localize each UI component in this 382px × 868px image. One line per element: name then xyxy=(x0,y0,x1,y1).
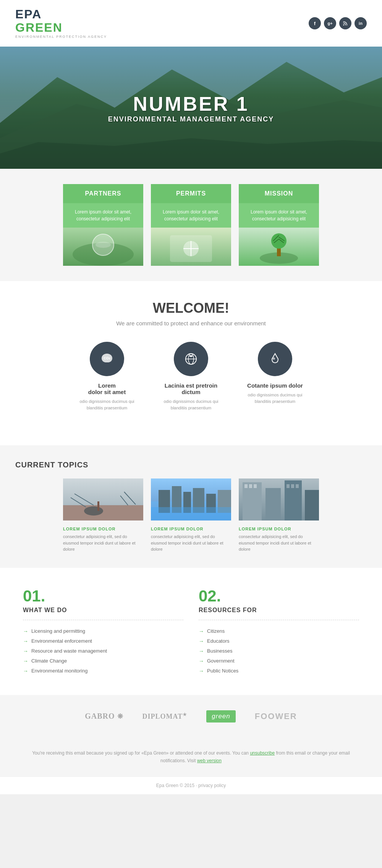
footer-message: You're receiving this email because you … xyxy=(0,738,382,776)
gabro-logo: GABRO ❋ xyxy=(85,712,123,721)
logo-subtitle: ENVIRONMENTAL PROTECTION AGENCY xyxy=(15,35,107,39)
svg-point-8 xyxy=(96,242,111,248)
arrow-icon: → xyxy=(23,628,28,634)
list-item-monitoring: →Environmental monitoring xyxy=(23,666,183,676)
topic-2-title: LOREM IPSUM DOLOR xyxy=(151,527,231,531)
logo: EPA GREEN ENVIRONMENTAL PROTECTION AGENC… xyxy=(15,8,107,39)
svg-point-0 xyxy=(343,24,344,26)
green-logo: green xyxy=(206,710,235,723)
diplomat-logo: DIPLOMAT★ xyxy=(142,712,188,721)
footer-text-1: You're receiving this email because you … xyxy=(32,750,249,756)
what-we-do-divider xyxy=(23,620,183,620)
resources-number: 02. xyxy=(199,587,359,605)
web-version-link[interactable]: web version xyxy=(197,758,222,763)
svg-rect-52 xyxy=(286,484,290,488)
co2-title: Loremdolor sit amet xyxy=(76,382,138,395)
permits-card: PERMITS Lorem ipsum dolor sit amet, cons… xyxy=(151,184,231,266)
co2-icon-circle: CO₂ xyxy=(90,342,124,376)
svg-rect-28 xyxy=(63,505,143,520)
what-we-do-col: 01. WHAT WE DO →Licensing and permitting… xyxy=(23,587,183,676)
list-item-public-notices: →Public Notices xyxy=(199,666,359,676)
partners-card: PARTNERS Lorem ipsum dolor sit amet, con… xyxy=(63,184,143,266)
copyright: Epa Green © 2015 · xyxy=(156,783,198,788)
cards-section: PARTNERS Lorem ipsum dolor sit amet, con… xyxy=(0,169,382,281)
welcome-heading: WELCOME! xyxy=(15,300,367,316)
hero-number: NUMBER 1 xyxy=(108,92,274,115)
arrow-icon: → xyxy=(199,628,204,634)
header: EPA GREEN ENVIRONMENTAL PROTECTION AGENC… xyxy=(0,0,382,47)
privacy-policy-link[interactable]: privacy policy xyxy=(198,783,226,788)
co2-item: CO₂ Loremdolor sit amet odio dignissimos… xyxy=(76,342,138,426)
globe-leaf-icon-circle xyxy=(174,342,208,376)
list-item-resource: →Resource and waste management xyxy=(23,646,183,656)
hero-content: NUMBER 1 ENVIRONMENTAL MANAGEMENT AGENCY xyxy=(108,92,274,123)
partners-title: PARTNERS xyxy=(69,190,137,197)
topic-1: LOREM IPSUM DOLOR consectetur adipisicin… xyxy=(63,478,143,553)
co2-desc: odio dignissimos ducimus qui blanditiis … xyxy=(76,398,138,411)
permits-title: PERMITS xyxy=(157,190,225,197)
arrow-icon: → xyxy=(199,638,204,644)
list-item-citizens: →Citizens xyxy=(199,626,359,636)
facebook-icon[interactable]: f xyxy=(309,17,321,29)
svg-rect-53 xyxy=(291,484,294,488)
unsubscribe-link[interactable]: unsubscribe xyxy=(250,750,275,756)
topic-3-text: consectetur adipisicing elit, sed do eiu… xyxy=(239,533,319,553)
arrow-icon: → xyxy=(199,658,204,664)
topic-1-title: LOREM IPSUM DOLOR xyxy=(63,527,143,531)
topic-3: LOREM IPSUM DOLOR consectetur adipisicin… xyxy=(239,478,319,553)
info-section: 01. WHAT WE DO →Licensing and permitting… xyxy=(0,568,382,695)
svg-rect-48 xyxy=(305,490,319,520)
list-item-businesses: →Businesses xyxy=(199,646,359,656)
welcome-subtext: We are committed to protect and enhance … xyxy=(15,320,367,327)
svg-text:CO₂: CO₂ xyxy=(104,356,110,360)
list-item-government: →Government xyxy=(199,656,359,666)
google-plus-icon[interactable]: g+ xyxy=(324,17,336,29)
welcome-section: WELCOME! We are committed to protect and… xyxy=(0,281,382,445)
topic-1-text: consectetur adipisicing elit, sed do eiu… xyxy=(63,533,143,553)
svg-point-26 xyxy=(273,357,275,360)
svg-rect-30 xyxy=(97,501,99,511)
topic-3-title: LOREM IPSUM DOLOR xyxy=(239,527,319,531)
linkedin-icon[interactable]: in xyxy=(354,17,367,29)
svg-rect-43 xyxy=(151,507,231,520)
svg-rect-51 xyxy=(254,484,257,488)
resources-title: RESOURCES FOR xyxy=(199,607,359,614)
rss-icon[interactable] xyxy=(339,17,351,29)
logo-epa: EPA xyxy=(15,8,107,21)
arrow-icon: → xyxy=(23,668,28,674)
permits-body: Lorem ipsum dolor sit amet, consectetur … xyxy=(156,209,226,222)
water-drop-icon-circle xyxy=(258,342,292,376)
foower-logo: FOOWER xyxy=(255,711,297,721)
topics-grid: LOREM IPSUM DOLOR consectetur adipisicin… xyxy=(15,478,367,553)
social-icons: f g+ in xyxy=(309,17,367,29)
arrow-icon: → xyxy=(23,638,28,644)
list-item-climate: →Climate Change xyxy=(23,656,183,666)
svg-rect-50 xyxy=(249,484,252,488)
topic-2: LOREM IPSUM DOLOR consectetur adipisicin… xyxy=(151,478,231,553)
arrow-icon: → xyxy=(23,648,28,654)
globe-item: Lacinia est pretroin dictum odio digniss… xyxy=(160,342,222,426)
what-we-do-list: →Licensing and permitting →Environmental… xyxy=(23,626,183,676)
list-item-enforcement: →Environmental enforcement xyxy=(23,636,183,646)
svg-rect-49 xyxy=(244,484,248,488)
waterdrop-desc: odio dignissimos ducimus qui blanditiis … xyxy=(244,392,306,404)
svg-rect-54 xyxy=(296,484,299,488)
mission-body: Lorem ipsum dolor sit amet, consectetur … xyxy=(244,209,314,222)
waterdrop-title: Cotante ipsum dolor xyxy=(244,382,306,389)
arrow-icon: → xyxy=(23,658,28,664)
logo-green: GREEN xyxy=(15,21,107,34)
resources-col: 02. RESOURCES FOR →Citizens →Educators →… xyxy=(199,587,359,676)
partners-section: GABRO ❋ DIPLOMAT★ green FOOWER xyxy=(0,695,382,738)
topics-heading: CURRENT TOPICS xyxy=(15,461,367,469)
hero-section: NUMBER 1 ENVIRONMENTAL MANAGEMENT AGENCY xyxy=(0,47,382,169)
mission-card: MISSION Lorem ipsum dolor sit amet, cons… xyxy=(239,184,319,266)
globe-title: Lacinia est pretroin dictum xyxy=(160,382,222,395)
list-item-educators: →Educators xyxy=(199,636,359,646)
svg-point-29 xyxy=(84,506,103,516)
arrow-icon: → xyxy=(199,648,204,654)
mission-title: MISSION xyxy=(245,190,313,197)
icons-row: CO₂ Loremdolor sit amet odio dignissimos… xyxy=(15,342,367,426)
topic-2-text: consectetur adipisicing elit, sed do eiu… xyxy=(151,533,231,553)
resources-list: →Citizens →Educators →Businesses →Govern… xyxy=(199,626,359,676)
footer-bottom: Epa Green © 2015 · privacy policy xyxy=(0,776,382,794)
